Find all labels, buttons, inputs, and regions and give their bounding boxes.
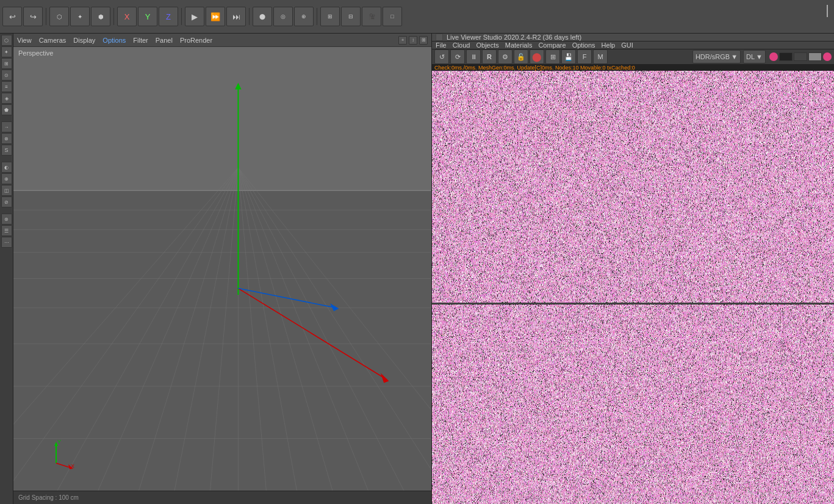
sidebar-icon-12[interactable]: ◫ xyxy=(1,185,12,196)
toolbar-btn-misc[interactable]: □ xyxy=(383,7,402,26)
sidebar-icon-5[interactable]: ◈ xyxy=(1,93,12,104)
lv-title-indicator xyxy=(436,34,443,41)
axis-label: Y X xyxy=(38,439,74,473)
lv-menu-options[interactable]: Options xyxy=(572,41,595,49)
lv-menu-materials[interactable]: Materials xyxy=(505,41,533,49)
toolbar-btn-rotate-z[interactable]: Z xyxy=(159,7,178,26)
viewport-grid-spacing: Grid Spacing : 100 cm xyxy=(18,494,79,501)
lv-menu-file[interactable]: File xyxy=(436,41,447,49)
lv-menu-compare[interactable]: Compare xyxy=(538,41,566,49)
toolbar-btn-camera2[interactable]: 🎥 xyxy=(362,7,381,26)
lv-status-text: Check:0ms./0ms. MeshGen:0ms. Update[C]0m… xyxy=(434,65,635,71)
lv-dl-label: DL xyxy=(746,53,755,60)
toolbar-btn-light[interactable]: ⬢ xyxy=(91,7,110,26)
vmenu-display[interactable]: Display xyxy=(73,37,95,44)
viewport-canvas[interactable]: Y X xyxy=(13,47,431,491)
lv-renders xyxy=(432,71,834,504)
sidebar-icon-8[interactable]: ⊗ xyxy=(1,133,12,144)
toolbar-btn-grid2[interactable]: ⊟ xyxy=(341,7,361,26)
lv-btn-settings[interactable]: ⚙ xyxy=(498,49,512,64)
vmenu-view[interactable]: View xyxy=(17,37,32,44)
toolbar-separator-2 xyxy=(113,8,114,25)
sidebar-icon-15[interactable]: ☰ xyxy=(1,225,12,236)
lv-rect-btn-3[interactable] xyxy=(808,52,822,61)
lv-rect-btn-2[interactable] xyxy=(794,52,807,61)
grid-svg xyxy=(13,47,431,491)
lv-menu-help[interactable]: Help xyxy=(602,41,616,49)
toolbar-btn-undo[interactable]: ↩ xyxy=(2,7,22,26)
viewport-menubar: View Cameras Display Options Filter Pane… xyxy=(13,34,431,47)
vmenu-options[interactable]: Options xyxy=(102,37,126,44)
vmenu-panel[interactable]: Panel xyxy=(156,37,173,44)
lv-btn-m[interactable]: M xyxy=(593,49,608,64)
lv-btn-f[interactable]: F xyxy=(577,49,592,64)
vmenu-filter[interactable]: Filter xyxy=(133,37,148,44)
lv-btn-refresh[interactable]: ↺ xyxy=(434,49,449,64)
lv-color-picker[interactable] xyxy=(769,52,778,61)
vmenu-cameras[interactable]: Cameras xyxy=(39,37,67,44)
lv-hdr-chevron: ▼ xyxy=(731,53,738,60)
lv-dl-dropdown[interactable]: DL ▼ xyxy=(743,50,766,63)
lv-hdr-label: HDR/sRGB xyxy=(696,53,730,60)
sidebar-icon-0[interactable]: ⬡ xyxy=(1,35,12,46)
sidebar-icon-16[interactable]: ⋯ xyxy=(1,237,12,248)
toolbar-btn-redo[interactable]: ↪ xyxy=(23,7,43,26)
toolbar-btn-render1[interactable]: ⬤ xyxy=(253,7,272,26)
sidebar-icon-3[interactable]: ⊙ xyxy=(1,70,12,81)
sidebar-icon-4[interactable]: ≡ xyxy=(1,81,12,92)
cursor-indicator xyxy=(827,5,828,17)
toolbar-btn-rotate-x[interactable]: X xyxy=(117,7,137,26)
toolbar-btn-rotate-y[interactable]: Y xyxy=(138,7,157,26)
toolbar-btn-object-mode[interactable]: ⬡ xyxy=(49,7,69,26)
toolbar-btn-play[interactable]: ▶ xyxy=(185,7,204,26)
sidebar-icon-14[interactable]: ⊛ xyxy=(1,214,12,225)
axis-svg: Y X xyxy=(38,439,74,472)
toolbar-separator-3 xyxy=(181,8,182,25)
lv-btn-pause[interactable]: ⏸ xyxy=(466,49,481,64)
viewport-ctrl-expand[interactable]: ⊞ xyxy=(419,36,428,45)
toolbar-separator-5 xyxy=(317,8,317,25)
svg-text:X: X xyxy=(71,463,74,469)
lv-menu-gui[interactable]: GUI xyxy=(621,41,633,49)
sidebar-icon-2[interactable]: ⊞ xyxy=(1,58,12,69)
toolbar-btn-render3[interactable]: ⊕ xyxy=(294,7,314,26)
viewport-area: View Cameras Display Options Filter Pane… xyxy=(13,34,431,504)
toolbar-btn-render2[interactable]: ◎ xyxy=(273,7,293,26)
sidebar-icon-1[interactable]: ✦ xyxy=(1,46,12,57)
sidebar-icon-9[interactable]: S xyxy=(1,145,12,156)
sidebar-icon-6[interactable]: ⬟ xyxy=(1,104,12,115)
sidebar-icon-7[interactable]: → xyxy=(1,121,12,132)
sidebar-icon-11[interactable]: ⊕ xyxy=(1,173,12,184)
svg-rect-1 xyxy=(13,47,431,190)
lv-titlebar: Live Viewer Studio 2020.2.4-R2 (36 days … xyxy=(432,34,834,41)
lv-render-section-top xyxy=(432,71,834,303)
lv-btn-save[interactable]: 💾 xyxy=(561,49,576,64)
lv-dl-chevron: ▼ xyxy=(756,53,763,60)
noise-canvas-mid xyxy=(432,304,834,504)
vmenu-prorender[interactable]: ProRender xyxy=(180,37,212,44)
lv-hdr-dropdown[interactable]: HDR/sRGB ▼ xyxy=(692,50,741,63)
toolbar-separator-1 xyxy=(46,8,46,25)
viewport-ctrl-move[interactable]: + xyxy=(398,36,407,45)
lv-btn-dot[interactable]: ⬤ xyxy=(530,49,544,64)
right-panel: Live Viewer Studio 2020.2.4-R2 (36 days … xyxy=(431,34,834,504)
left-sidebar: ⬡ ✦ ⊞ ⊙ ≡ ◈ ⬟ → ⊗ S ◐ ⊕ ◫ ⊘ ⊛ ☰ ⋯ xyxy=(0,34,13,504)
lv-btn-crop[interactable]: ⊞ xyxy=(545,49,560,64)
sidebar-icon-13[interactable]: ⊘ xyxy=(1,196,12,207)
perspective-label: Perspective xyxy=(18,49,53,57)
lv-menu-cloud[interactable]: Cloud xyxy=(453,41,470,49)
toolbar-separator-4 xyxy=(249,8,250,25)
lv-menu-objects[interactable]: Objects xyxy=(476,41,498,49)
toolbar-btn-grid1[interactable]: ⊞ xyxy=(320,7,340,26)
noise-canvas-top xyxy=(432,71,834,303)
toolbar-btn-camera[interactable]: ✦ xyxy=(70,7,90,26)
sidebar-icon-10[interactable]: ◐ xyxy=(1,162,12,173)
toolbar-btn-skip[interactable]: ⏭ xyxy=(226,7,246,26)
lv-btn-lock[interactable]: 🔓 xyxy=(514,49,528,64)
lv-rect-btn-1[interactable] xyxy=(779,52,793,61)
viewport-ctrl-arrows[interactable]: ↕ xyxy=(409,36,417,45)
toolbar-btn-ffwd[interactable]: ⏩ xyxy=(206,7,225,26)
lv-btn-sync[interactable]: ⟳ xyxy=(450,49,465,64)
lv-dot-indicator xyxy=(823,52,832,61)
lv-btn-reset[interactable]: R xyxy=(482,49,497,64)
